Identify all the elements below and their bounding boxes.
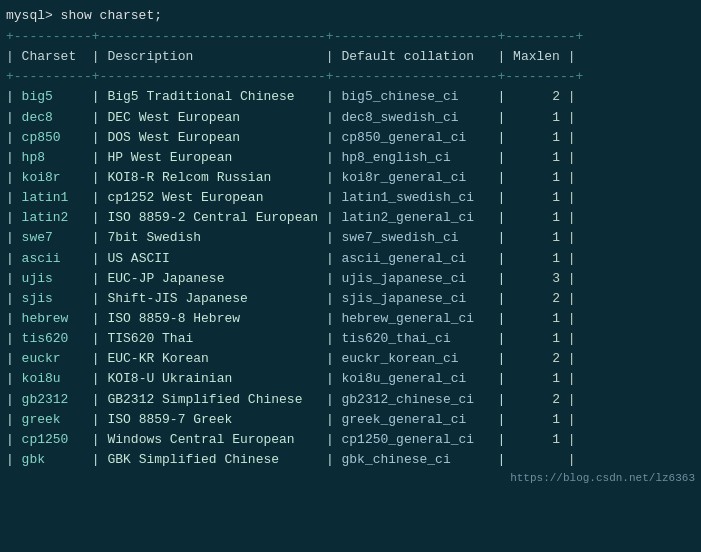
table-row: | swe7 | 7bit Swedish | swe7_swedish_ci …: [6, 228, 695, 248]
charset-table: +----------+----------------------------…: [6, 27, 695, 470]
description-cell: ISO 8859-7 Greek: [107, 412, 318, 427]
collation-cell: hebrew_general_ci: [341, 311, 489, 326]
charset-cell: koi8u: [22, 371, 84, 386]
table-row: | latin1 | cp1252 West European | latin1…: [6, 188, 695, 208]
table-row: | ujis | EUC-JP Japanese | ujis_japanese…: [6, 269, 695, 289]
description-cell: EUC-JP Japanese: [107, 271, 318, 286]
table-row: | dec8 | DEC West European | dec8_swedis…: [6, 108, 695, 128]
maxlen-cell: 1 |: [513, 110, 575, 125]
maxlen-cell: 1 |: [513, 432, 575, 447]
maxlen-cell: 1 |: [513, 412, 575, 427]
table-row: | gbk | GBK Simplified Chinese | gbk_chi…: [6, 450, 695, 470]
table-row: | gb2312 | GB2312 Simplified Chinese | g…: [6, 390, 695, 410]
table-row: | cp850 | DOS West European | cp850_gene…: [6, 128, 695, 148]
charset-cell: cp1250: [22, 432, 84, 447]
terminal-window: mysql> show charset; +----------+-------…: [6, 8, 695, 484]
collation-cell: latin2_general_ci: [341, 210, 489, 225]
maxlen-cell: 1 |: [513, 130, 575, 145]
collation-cell: euckr_korean_ci: [341, 351, 489, 366]
collation-cell: gb2312_chinese_ci: [341, 392, 489, 407]
charset-cell: swe7: [22, 230, 84, 245]
table-body: | big5 | Big5 Traditional Chinese | big5…: [6, 87, 695, 470]
table-row: | sjis | Shift-JIS Japanese | sjis_japan…: [6, 289, 695, 309]
maxlen-cell: 1 |: [513, 371, 575, 386]
collation-cell: cp1250_general_ci: [341, 432, 489, 447]
collation-cell: sjis_japanese_ci: [341, 291, 489, 306]
table-row: | euckr | EUC-KR Korean | euckr_korean_c…: [6, 349, 695, 369]
description-cell: GB2312 Simplified Chinese: [107, 392, 318, 407]
description-cell: DEC West European: [107, 110, 318, 125]
charset-cell: cp850: [22, 130, 84, 145]
maxlen-cell: 2 |: [513, 291, 575, 306]
maxlen-cell: 2 |: [513, 351, 575, 366]
maxlen-cell: 2 |: [513, 89, 575, 104]
charset-cell: big5: [22, 89, 84, 104]
maxlen-cell: 1 |: [513, 331, 575, 346]
collation-cell: koi8r_general_ci: [341, 170, 489, 185]
collation-cell: dec8_swedish_ci: [341, 110, 489, 125]
top-divider: +----------+----------------------------…: [6, 27, 695, 47]
description-cell: 7bit Swedish: [107, 230, 318, 245]
description-cell: GBK Simplified Chinese: [107, 452, 318, 467]
collation-cell: ujis_japanese_ci: [341, 271, 489, 286]
description-cell: TIS620 Thai: [107, 331, 318, 346]
charset-cell: gbk: [22, 452, 84, 467]
description-cell: Shift-JIS Japanese: [107, 291, 318, 306]
table-row: | koi8u | KOI8-U Ukrainian | koi8u_gener…: [6, 369, 695, 389]
charset-cell: ascii: [22, 251, 84, 266]
table-row: | latin2 | ISO 8859-2 Central European |…: [6, 208, 695, 228]
description-cell: Big5 Traditional Chinese: [107, 89, 318, 104]
charset-cell: latin1: [22, 190, 84, 205]
maxlen-cell: 1 |: [513, 251, 575, 266]
description-cell: KOI8-U Ukrainian: [107, 371, 318, 386]
charset-cell: hp8: [22, 150, 84, 165]
description-cell: ISO 8859-2 Central European: [107, 210, 318, 225]
charset-cell: latin2: [22, 210, 84, 225]
header-divider: +----------+----------------------------…: [6, 67, 695, 87]
charset-cell: euckr: [22, 351, 84, 366]
collation-cell: koi8u_general_ci: [341, 371, 489, 386]
collation-cell: big5_chinese_ci: [341, 89, 489, 104]
maxlen-cell: 1 |: [513, 170, 575, 185]
description-cell: US ASCII: [107, 251, 318, 266]
maxlen-cell: 1 |: [513, 311, 575, 326]
description-cell: DOS West European: [107, 130, 318, 145]
collation-cell: swe7_swedish_ci: [341, 230, 489, 245]
table-row: | greek | ISO 8859-7 Greek | greek_gener…: [6, 410, 695, 430]
maxlen-cell: 2 |: [513, 392, 575, 407]
description-cell: HP West European: [107, 150, 318, 165]
description-cell: EUC-KR Korean: [107, 351, 318, 366]
collation-cell: hp8_english_ci: [341, 150, 489, 165]
collation-cell: gbk_chinese_ci: [341, 452, 489, 467]
charset-cell: tis620: [22, 331, 84, 346]
charset-cell: ujis: [22, 271, 84, 286]
table-row: | cp1250 | Windows Central European | cp…: [6, 430, 695, 450]
collation-cell: tis620_thai_ci: [341, 331, 489, 346]
description-cell: ISO 8859-8 Hebrew: [107, 311, 318, 326]
maxlen-cell: 1 |: [513, 210, 575, 225]
collation-cell: ascii_general_ci: [341, 251, 489, 266]
maxlen-cell: 1 |: [513, 150, 575, 165]
maxlen-cell: 3 |: [513, 271, 575, 286]
maxlen-cell: 1 |: [513, 230, 575, 245]
maxlen-cell: |: [513, 452, 575, 467]
charset-cell: koi8r: [22, 170, 84, 185]
collation-cell: latin1_swedish_ci: [341, 190, 489, 205]
table-row: | koi8r | KOI8-R Relcom Russian | koi8r_…: [6, 168, 695, 188]
watermark: https://blog.csdn.net/lz6363: [6, 472, 695, 484]
table-row: | big5 | Big5 Traditional Chinese | big5…: [6, 87, 695, 107]
table-row: | hp8 | HP West European | hp8_english_c…: [6, 148, 695, 168]
charset-cell: hebrew: [22, 311, 84, 326]
collation-cell: cp850_general_ci: [341, 130, 489, 145]
charset-cell: greek: [22, 412, 84, 427]
charset-cell: gb2312: [22, 392, 84, 407]
table-row: | ascii | US ASCII | ascii_general_ci | …: [6, 249, 695, 269]
description-cell: cp1252 West European: [107, 190, 318, 205]
table-row: | tis620 | TIS620 Thai | tis620_thai_ci …: [6, 329, 695, 349]
collation-cell: greek_general_ci: [341, 412, 489, 427]
charset-cell: sjis: [22, 291, 84, 306]
table-row: | hebrew | ISO 8859-8 Hebrew | hebrew_ge…: [6, 309, 695, 329]
description-cell: Windows Central European: [107, 432, 318, 447]
charset-cell: dec8: [22, 110, 84, 125]
maxlen-cell: 1 |: [513, 190, 575, 205]
